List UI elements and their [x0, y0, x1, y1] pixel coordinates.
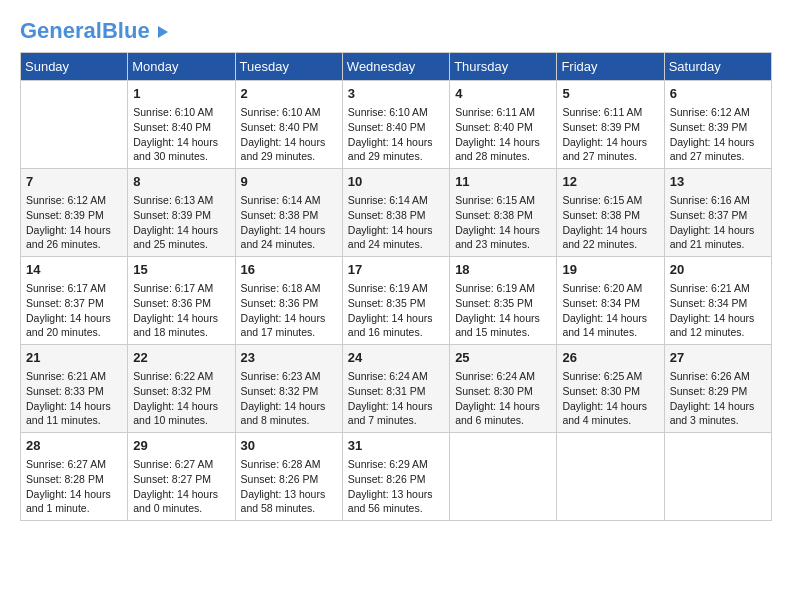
cell-content: Sunrise: 6:21 AMSunset: 8:34 PMDaylight:… — [670, 281, 766, 340]
calendar-cell — [450, 433, 557, 521]
cell-content: Sunrise: 6:20 AMSunset: 8:34 PMDaylight:… — [562, 281, 658, 340]
calendar-cell: 13Sunrise: 6:16 AMSunset: 8:37 PMDayligh… — [664, 169, 771, 257]
cell-content: Sunrise: 6:15 AMSunset: 8:38 PMDaylight:… — [562, 193, 658, 252]
calendar-cell: 15Sunrise: 6:17 AMSunset: 8:36 PMDayligh… — [128, 257, 235, 345]
calendar-cell: 18Sunrise: 6:19 AMSunset: 8:35 PMDayligh… — [450, 257, 557, 345]
calendar-cell: 19Sunrise: 6:20 AMSunset: 8:34 PMDayligh… — [557, 257, 664, 345]
calendar-cell: 29Sunrise: 6:27 AMSunset: 8:27 PMDayligh… — [128, 433, 235, 521]
calendar-week-row: 28Sunrise: 6:27 AMSunset: 8:28 PMDayligh… — [21, 433, 772, 521]
calendar-cell: 4Sunrise: 6:11 AMSunset: 8:40 PMDaylight… — [450, 81, 557, 169]
weekday-header: Tuesday — [235, 53, 342, 81]
day-number: 11 — [455, 173, 551, 191]
day-number: 15 — [133, 261, 229, 279]
day-number: 13 — [670, 173, 766, 191]
cell-content: Sunrise: 6:14 AMSunset: 8:38 PMDaylight:… — [241, 193, 337, 252]
calendar-cell: 16Sunrise: 6:18 AMSunset: 8:36 PMDayligh… — [235, 257, 342, 345]
calendar-cell: 27Sunrise: 6:26 AMSunset: 8:29 PMDayligh… — [664, 345, 771, 433]
day-number: 4 — [455, 85, 551, 103]
calendar-cell: 26Sunrise: 6:25 AMSunset: 8:30 PMDayligh… — [557, 345, 664, 433]
logo-general: General — [20, 18, 102, 43]
logo-arrow-icon — [158, 26, 168, 38]
weekday-header: Monday — [128, 53, 235, 81]
cell-content: Sunrise: 6:29 AMSunset: 8:26 PMDaylight:… — [348, 457, 444, 516]
weekday-header: Wednesday — [342, 53, 449, 81]
calendar-cell: 28Sunrise: 6:27 AMSunset: 8:28 PMDayligh… — [21, 433, 128, 521]
day-number: 24 — [348, 349, 444, 367]
day-number: 7 — [26, 173, 122, 191]
calendar-cell: 8Sunrise: 6:13 AMSunset: 8:39 PMDaylight… — [128, 169, 235, 257]
day-number: 21 — [26, 349, 122, 367]
day-number: 16 — [241, 261, 337, 279]
cell-content: Sunrise: 6:26 AMSunset: 8:29 PMDaylight:… — [670, 369, 766, 428]
calendar-cell — [557, 433, 664, 521]
cell-content: Sunrise: 6:21 AMSunset: 8:33 PMDaylight:… — [26, 369, 122, 428]
day-number: 12 — [562, 173, 658, 191]
cell-content: Sunrise: 6:15 AMSunset: 8:38 PMDaylight:… — [455, 193, 551, 252]
cell-content: Sunrise: 6:11 AMSunset: 8:39 PMDaylight:… — [562, 105, 658, 164]
calendar-cell: 25Sunrise: 6:24 AMSunset: 8:30 PMDayligh… — [450, 345, 557, 433]
logo-blue: Blue — [102, 18, 150, 43]
cell-content: Sunrise: 6:19 AMSunset: 8:35 PMDaylight:… — [455, 281, 551, 340]
cell-content: Sunrise: 6:12 AMSunset: 8:39 PMDaylight:… — [670, 105, 766, 164]
cell-content: Sunrise: 6:14 AMSunset: 8:38 PMDaylight:… — [348, 193, 444, 252]
day-number: 2 — [241, 85, 337, 103]
cell-content: Sunrise: 6:17 AMSunset: 8:37 PMDaylight:… — [26, 281, 122, 340]
weekday-header: Saturday — [664, 53, 771, 81]
cell-content: Sunrise: 6:24 AMSunset: 8:31 PMDaylight:… — [348, 369, 444, 428]
day-number: 26 — [562, 349, 658, 367]
day-number: 8 — [133, 173, 229, 191]
logo-text: GeneralBlue — [20, 20, 168, 42]
calendar-cell: 31Sunrise: 6:29 AMSunset: 8:26 PMDayligh… — [342, 433, 449, 521]
day-number: 1 — [133, 85, 229, 103]
day-number: 20 — [670, 261, 766, 279]
calendar-cell: 6Sunrise: 6:12 AMSunset: 8:39 PMDaylight… — [664, 81, 771, 169]
day-number: 25 — [455, 349, 551, 367]
day-number: 30 — [241, 437, 337, 455]
cell-content: Sunrise: 6:11 AMSunset: 8:40 PMDaylight:… — [455, 105, 551, 164]
weekday-header: Friday — [557, 53, 664, 81]
day-number: 14 — [26, 261, 122, 279]
calendar-cell: 30Sunrise: 6:28 AMSunset: 8:26 PMDayligh… — [235, 433, 342, 521]
cell-content: Sunrise: 6:17 AMSunset: 8:36 PMDaylight:… — [133, 281, 229, 340]
calendar-cell: 7Sunrise: 6:12 AMSunset: 8:39 PMDaylight… — [21, 169, 128, 257]
day-number: 23 — [241, 349, 337, 367]
day-number: 18 — [455, 261, 551, 279]
cell-content: Sunrise: 6:10 AMSunset: 8:40 PMDaylight:… — [133, 105, 229, 164]
cell-content: Sunrise: 6:27 AMSunset: 8:28 PMDaylight:… — [26, 457, 122, 516]
cell-content: Sunrise: 6:28 AMSunset: 8:26 PMDaylight:… — [241, 457, 337, 516]
day-number: 9 — [241, 173, 337, 191]
calendar-cell: 17Sunrise: 6:19 AMSunset: 8:35 PMDayligh… — [342, 257, 449, 345]
cell-content: Sunrise: 6:19 AMSunset: 8:35 PMDaylight:… — [348, 281, 444, 340]
calendar-week-row: 1Sunrise: 6:10 AMSunset: 8:40 PMDaylight… — [21, 81, 772, 169]
calendar-cell: 21Sunrise: 6:21 AMSunset: 8:33 PMDayligh… — [21, 345, 128, 433]
calendar-cell: 24Sunrise: 6:24 AMSunset: 8:31 PMDayligh… — [342, 345, 449, 433]
day-number: 27 — [670, 349, 766, 367]
weekday-header: Sunday — [21, 53, 128, 81]
calendar-cell: 10Sunrise: 6:14 AMSunset: 8:38 PMDayligh… — [342, 169, 449, 257]
calendar-week-row: 21Sunrise: 6:21 AMSunset: 8:33 PMDayligh… — [21, 345, 772, 433]
header: GeneralBlue — [20, 20, 772, 42]
calendar-cell: 2Sunrise: 6:10 AMSunset: 8:40 PMDaylight… — [235, 81, 342, 169]
calendar-week-row: 14Sunrise: 6:17 AMSunset: 8:37 PMDayligh… — [21, 257, 772, 345]
calendar-cell — [21, 81, 128, 169]
day-number: 10 — [348, 173, 444, 191]
day-number: 17 — [348, 261, 444, 279]
calendar-cell: 22Sunrise: 6:22 AMSunset: 8:32 PMDayligh… — [128, 345, 235, 433]
day-number: 31 — [348, 437, 444, 455]
calendar-cell: 9Sunrise: 6:14 AMSunset: 8:38 PMDaylight… — [235, 169, 342, 257]
cell-content: Sunrise: 6:10 AMSunset: 8:40 PMDaylight:… — [241, 105, 337, 164]
cell-content: Sunrise: 6:13 AMSunset: 8:39 PMDaylight:… — [133, 193, 229, 252]
calendar-cell: 20Sunrise: 6:21 AMSunset: 8:34 PMDayligh… — [664, 257, 771, 345]
day-number: 6 — [670, 85, 766, 103]
day-number: 28 — [26, 437, 122, 455]
day-number: 29 — [133, 437, 229, 455]
calendar-week-row: 7Sunrise: 6:12 AMSunset: 8:39 PMDaylight… — [21, 169, 772, 257]
cell-content: Sunrise: 6:22 AMSunset: 8:32 PMDaylight:… — [133, 369, 229, 428]
calendar-cell: 5Sunrise: 6:11 AMSunset: 8:39 PMDaylight… — [557, 81, 664, 169]
cell-content: Sunrise: 6:16 AMSunset: 8:37 PMDaylight:… — [670, 193, 766, 252]
cell-content: Sunrise: 6:23 AMSunset: 8:32 PMDaylight:… — [241, 369, 337, 428]
calendar-table: SundayMondayTuesdayWednesdayThursdayFrid… — [20, 52, 772, 521]
cell-content: Sunrise: 6:18 AMSunset: 8:36 PMDaylight:… — [241, 281, 337, 340]
calendar-cell: 23Sunrise: 6:23 AMSunset: 8:32 PMDayligh… — [235, 345, 342, 433]
cell-content: Sunrise: 6:24 AMSunset: 8:30 PMDaylight:… — [455, 369, 551, 428]
